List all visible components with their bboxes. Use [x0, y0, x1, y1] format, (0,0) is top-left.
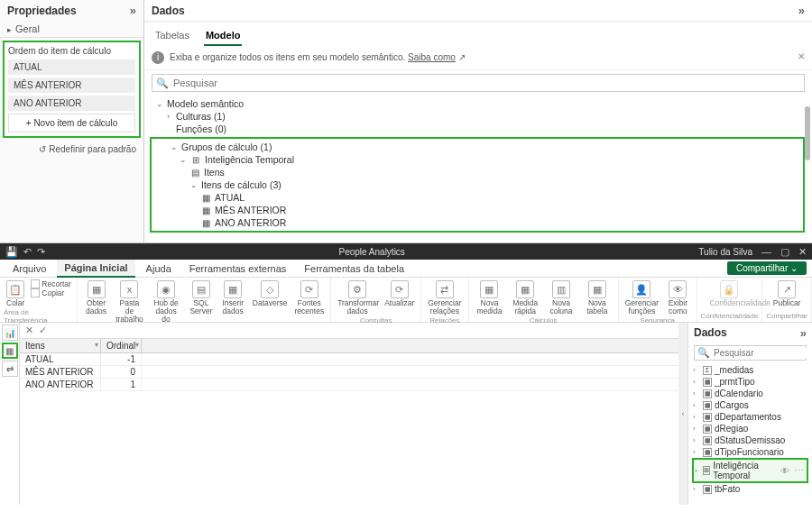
transform-data-button[interactable]: ⚙Transformar dados	[335, 279, 380, 316]
field-item-intel-temporal[interactable]: ›⊞Inteligência Temporal👁⋯	[692, 458, 808, 483]
sensitivity-button[interactable]: 🔒Confidencialidade	[706, 279, 752, 308]
new-measure-button[interactable]: ▦Nova medida	[473, 279, 507, 316]
cut-button[interactable]: Recortar	[31, 279, 71, 288]
model-search-input[interactable]	[172, 77, 800, 89]
new-table-button[interactable]: ▦Nova tabela	[580, 279, 614, 316]
field-item[interactable]: ›▦_prmtTipo	[692, 376, 808, 388]
cancel-icon[interactable]: ✕	[25, 325, 33, 336]
dataverse-button[interactable]: ◇Dataverse	[250, 279, 291, 308]
new-column-button[interactable]: ▥Nova coluna	[544, 279, 578, 316]
model-view-button[interactable]: ⇄	[2, 361, 18, 377]
data-search-input[interactable]	[714, 348, 812, 358]
tree-calc-item[interactable]: ▦ATUAL	[153, 191, 801, 204]
field-item[interactable]: ›▦dTipoFuncionario	[692, 446, 808, 458]
collapse-icon[interactable]: »	[800, 326, 807, 340]
window-titlebar: 💾 ↶ ↷ People Analytics Tulio da Silva — …	[0, 243, 812, 260]
enterdata-icon: ▦	[224, 280, 242, 298]
share-button[interactable]: Compartilhar ⌄	[727, 261, 807, 275]
tree-intel-temporal[interactable]: ⌄⊞Inteligência Temporal	[153, 153, 801, 166]
paste-icon: 📋	[6, 280, 24, 298]
sensitivity-icon: 🔒	[720, 280, 738, 298]
group-conf-label: Confidencialidade	[701, 312, 759, 320]
calc-order-title: Ordem do item de cálculo	[8, 46, 135, 56]
view-as-button[interactable]: 👁Exibir como	[663, 279, 693, 316]
copy-button[interactable]: Copiar	[31, 288, 71, 297]
minimize-icon[interactable]: —	[761, 246, 771, 257]
tree-calc-item[interactable]: ▦MÊS ANTERIOR	[153, 204, 801, 216]
data-pane: Dados» 🔍 ›Σ_medidas ›▦_prmtTipo ›▦dCalen…	[687, 323, 812, 505]
roles-icon: 👤	[632, 280, 651, 298]
field-item[interactable]: ›▦dCargos	[692, 399, 808, 411]
publish-button[interactable]: ↗Publicar	[770, 279, 804, 308]
collapse-pane-button[interactable]: ‹	[678, 323, 687, 505]
tree-cultures[interactable]: ›Culturas (1)	[148, 110, 808, 123]
field-item[interactable]: ›▦dStatusDemissao	[692, 434, 808, 446]
save-icon[interactable]: 💾	[5, 246, 18, 258]
recent-sources-button[interactable]: ⟳Fontes recentes	[292, 279, 328, 316]
get-data-button[interactable]: ▦Obter dados	[81, 279, 111, 316]
field-item[interactable]: ›▦dCalendario	[692, 388, 808, 399]
quickmeasure-icon: ▦	[516, 280, 534, 298]
new-calc-item-button[interactable]: Novo item de cálculo	[8, 114, 135, 133]
menu-arquivo[interactable]: Arquivo	[5, 261, 53, 277]
menu-pagina-inicial[interactable]: Página Inicial	[57, 260, 134, 278]
info-banner: i Exiba e organize todos os itens em seu…	[144, 46, 812, 70]
formula-bar[interactable]: ✕ ✓	[20, 323, 678, 339]
menu-ajuda[interactable]: Ajuda	[139, 261, 179, 277]
tree-calcgroups[interactable]: ⌄Grupos de cálculo (1)	[153, 141, 801, 153]
collapse-icon[interactable]: »	[130, 4, 136, 17]
enter-data-button[interactable]: ▦Inserir dados	[218, 279, 248, 316]
manage-roles-button[interactable]: 👤Gerenciar funções	[623, 279, 661, 316]
info-link[interactable]: Saiba como	[408, 52, 456, 62]
close-icon[interactable]: ✕	[798, 246, 807, 258]
tree-calc-item[interactable]: ▦ANO ANTERIOR	[153, 216, 801, 229]
excel-icon: x	[120, 280, 138, 298]
user-name[interactable]: Tulio da Silva	[698, 247, 752, 257]
column-header-items[interactable]: Itens▾	[20, 339, 101, 352]
report-view-button[interactable]: 📊	[2, 325, 18, 341]
field-item[interactable]: ›▦dDepartamentos	[692, 411, 808, 423]
dataverse-icon: ◇	[261, 280, 279, 298]
manage-rel-button[interactable]: ⇄Gerenciar relações	[425, 279, 464, 316]
table-row[interactable]: ATUAL-1	[20, 353, 678, 366]
visibility-icon[interactable]: 👁	[780, 466, 789, 476]
collapse-icon[interactable]: »	[798, 4, 805, 17]
model-search[interactable]: 🔍	[152, 74, 805, 92]
calc-order-item[interactable]: ATUAL	[8, 59, 135, 75]
model-panel-title: Dados	[152, 5, 185, 17]
calc-order-item[interactable]: ANO ANTERIOR	[8, 96, 135, 111]
data-pane-search[interactable]: 🔍	[694, 345, 807, 361]
calc-groups-highlight: ⌄Grupos de cálculo (1) ⌄⊞Inteligência Te…	[150, 137, 805, 233]
table-row[interactable]: ANO ANTERIOR1	[20, 379, 678, 391]
maximize-icon[interactable]: ▢	[780, 246, 789, 258]
paste-button[interactable]: 📋Colar	[4, 279, 27, 308]
quick-measure-button[interactable]: ▦Medida rápida	[508, 279, 542, 316]
redo-icon[interactable]: ↷	[37, 246, 45, 258]
scrollbar[interactable]	[805, 106, 810, 160]
tree-items[interactable]: ▤Itens	[153, 166, 801, 178]
tree-root[interactable]: ⌄Modelo semântico	[148, 97, 808, 110]
close-icon[interactable]: ✕	[798, 51, 805, 61]
tree-calc-items[interactable]: ⌄Itens de cálculo (3)	[153, 178, 801, 191]
menu-ferramentas-tabela[interactable]: Ferramentas da tabela	[297, 261, 411, 277]
commit-icon[interactable]: ✓	[39, 325, 47, 336]
table-view-button[interactable]: ▦	[2, 343, 18, 359]
tab-tables[interactable]: Tabelas	[153, 26, 191, 46]
menu-ferramentas-externas[interactable]: Ferramentas externas	[182, 261, 294, 277]
undo-icon[interactable]: ↶	[23, 246, 32, 258]
refresh-button[interactable]: ⟳Atualizar	[382, 279, 417, 308]
general-section[interactable]: Geral	[0, 21, 143, 38]
chevron-down-icon[interactable]: ▾	[135, 341, 139, 349]
more-icon[interactable]: ⋯	[792, 465, 806, 477]
calc-order-item[interactable]: MÊS ANTERIOR	[8, 78, 135, 93]
field-item[interactable]: ›▦tbFato	[692, 483, 808, 495]
chevron-down-icon[interactable]: ▾	[95, 341, 98, 349]
field-item[interactable]: ›Σ_medidas	[692, 364, 808, 376]
column-header-ordinal[interactable]: Ordinal▾	[101, 339, 142, 352]
sql-button[interactable]: ▤SQL Server	[186, 279, 216, 316]
field-item[interactable]: ›▦dRegiao	[692, 423, 808, 434]
tree-functions[interactable]: Funções (0)	[148, 123, 808, 135]
table-row[interactable]: MÊS ANTERIOR0	[20, 366, 678, 379]
reset-default-button[interactable]: Redefinir para padrão	[0, 141, 143, 158]
tab-model[interactable]: Modelo	[204, 26, 243, 46]
